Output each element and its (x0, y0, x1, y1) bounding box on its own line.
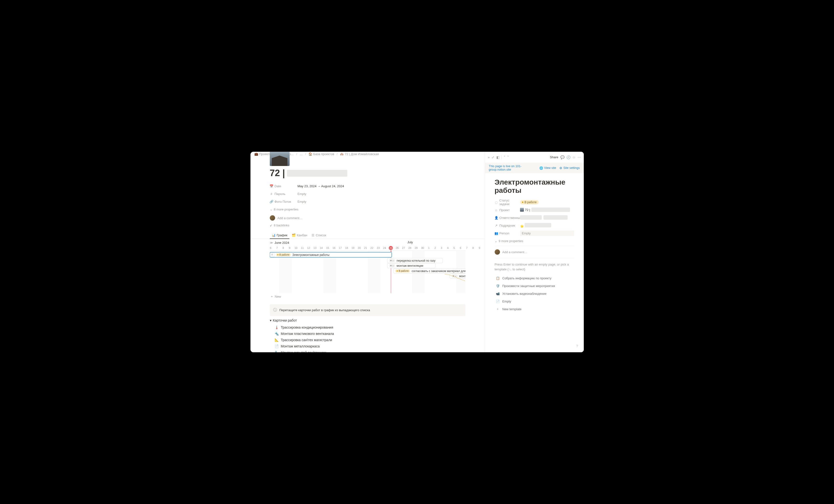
tab-list[interactable]: ☰ Список (310, 232, 328, 239)
callout-block[interactable]: ⓘ Перетащите карточки работ в график из … (270, 304, 465, 316)
property-password[interactable]: # Пароль Empty (270, 190, 465, 198)
toggle-heading[interactable]: ▾ Карточки работ (270, 319, 465, 322)
side-prop-contractor[interactable]: ↗ Подрядчик ⭐ (495, 222, 574, 229)
timeline-day[interactable]: 29 (415, 246, 418, 249)
timeline-day[interactable]: 27 (402, 246, 405, 249)
breadcrumb-item-page[interactable]: 🏘️ 72 | Дом Измайловская (339, 152, 380, 156)
timeline-day[interactable]: 9 (479, 246, 480, 249)
comment-row[interactable]: Add a comment… (250, 213, 485, 222)
timeline-day[interactable]: 10 (294, 246, 297, 249)
toggle-item[interactable]: 🔧Монтаж скрытой сан\техники (275, 349, 465, 352)
timeline-day[interactable]: 9 (289, 246, 290, 249)
toggle-item[interactable]: 🔩Монтаж пластикового вентканала (275, 330, 465, 337)
help-button[interactable]: ? (574, 343, 580, 349)
breadcrumb-item-dots[interactable]: … (299, 152, 304, 156)
property-value: Empty (520, 231, 574, 236)
more-properties-toggle[interactable]: ⌄ 8 more properties (270, 205, 465, 213)
timeline-bar-ventilation[interactable]: –монтаж вентиляции (387, 263, 436, 268)
timeline-body[interactable]: ⠿В работеЭлектромонтажные работы–передел… (270, 251, 465, 293)
side-prop-person[interactable]: 👥 Person Empty (495, 229, 574, 237)
view-site-link[interactable]: 🌐 View site (539, 166, 556, 170)
timeline-collapse-icon[interactable]: ≫ (270, 241, 273, 244)
toggle-item[interactable]: 📄Монтаж металлокаркаса (275, 343, 465, 349)
timeline-day[interactable]: 12 (307, 246, 310, 249)
project-thumb-icon (520, 208, 524, 212)
timeline-day[interactable]: 1 (428, 246, 430, 249)
tab-kanban[interactable]: 🗂️ Канбан (290, 232, 309, 239)
timeline-day[interactable]: 30 (421, 246, 424, 249)
side-prop-project[interactable]: ⌂ Проект 72 | (495, 206, 574, 214)
template-item[interactable]: ＋New template (495, 305, 574, 313)
timeline-day[interactable]: 3 (441, 246, 442, 249)
star-icon[interactable]: ☆ (572, 155, 575, 159)
timeline-day[interactable]: 22 (371, 246, 373, 249)
comment-icon[interactable]: 💬 (561, 155, 565, 159)
timeline-day[interactable]: 24 (383, 246, 386, 249)
main-panel: 💼 Проектная деятельно… / … / 🏠 База прое… (250, 152, 485, 352)
project-reference[interactable]: 72 | (520, 207, 570, 212)
timeline-bar-windowsills[interactable]: –монтаж подоконников (450, 273, 465, 279)
template-item[interactable]: 🛡️Произвести защитные мероприятия (495, 282, 574, 289)
side-more-properties[interactable]: ⌄ 9 more properties (495, 237, 574, 245)
next-icon[interactable]: ˅ (507, 155, 509, 159)
comment-input[interactable]: Add a comment… (278, 216, 303, 220)
timeline-day[interactable]: 18 (345, 246, 348, 249)
timeline-day[interactable]: 16 (332, 246, 335, 249)
relation-icon: ⌂ (495, 208, 498, 212)
timeline-day[interactable]: 8 (283, 246, 284, 249)
more-icon[interactable]: ⋯ (577, 155, 581, 159)
prev-icon[interactable]: ˄ (504, 155, 505, 159)
timeline-day[interactable]: 20 (358, 246, 360, 249)
timeline-day[interactable]: 28 (409, 246, 411, 249)
timeline-day[interactable]: 6 (270, 246, 271, 249)
timeline-day[interactable]: 6 (460, 246, 461, 249)
tab-timeline[interactable]: 📊 График (270, 232, 289, 239)
share-button[interactable]: Share (550, 155, 558, 159)
template-item[interactable]: 📄Empty (495, 298, 574, 305)
timeline-bar-boiler-gas[interactable]: –переделка котельной по газу (387, 258, 443, 263)
toggle-item[interactable]: 📐Трассировка сан\тех магистрали (275, 337, 465, 343)
timeline-day[interactable]: 2 (435, 246, 436, 249)
open-as-page-icon[interactable]: ⤢ (491, 155, 495, 159)
side-page-title[interactable]: Электромонтажные работы (495, 178, 574, 195)
timeline-day[interactable]: 8 (473, 246, 474, 249)
timeline-day[interactable]: 17 (339, 246, 342, 249)
breadcrumb-item-db[interactable]: 🏠 База проектов (307, 152, 335, 156)
timeline-day[interactable]: 13 (313, 246, 316, 249)
timeline-day[interactable]: 7 (276, 246, 278, 249)
toggle-item[interactable]: 🌡️Трассировка кондиционирования (275, 324, 465, 330)
comment-input[interactable]: Add a comment… (502, 250, 527, 254)
site-settings-link[interactable]: ⚙ Site settings (559, 166, 580, 170)
expand-icon[interactable]: » (488, 155, 490, 159)
side-prop-responsible[interactable]: 👤 Ответственный (495, 214, 574, 222)
timeline-day[interactable]: 7 (466, 246, 467, 249)
timeline-day[interactable]: 5 (453, 246, 455, 249)
timeline-day[interactable]: 26 (396, 246, 398, 249)
timeline-day[interactable]: 15 (326, 246, 329, 249)
page-icon[interactable] (270, 152, 290, 166)
property-label: ◌ Статус задачи (495, 199, 520, 206)
timeline-day[interactable]: 21 (364, 246, 367, 249)
timeline-day[interactable]: 4 (447, 246, 448, 249)
side-comment-row[interactable]: Add a comment… (495, 246, 574, 258)
property-date[interactable]: 📅 Date May 23, 2024 → August 24, 2024 (270, 182, 465, 190)
timeline-day-today[interactable]: 25 (389, 246, 393, 250)
timeline-day[interactable]: 23 (377, 246, 380, 249)
updates-icon[interactable]: 🕘 (566, 155, 570, 159)
timeline-day[interactable]: 19 (351, 246, 354, 249)
peek-mode-icon[interactable]: ◧ (496, 155, 500, 159)
property-photo[interactable]: 🔗 Фото Поток Empty (270, 198, 465, 205)
drag-handle-icon[interactable]: ⠿ (270, 253, 275, 257)
template-icon: 📋 (496, 277, 500, 280)
template-item[interactable]: 📋Собрать информацию по проекту (495, 275, 574, 282)
timeline-day[interactable]: 14 (320, 246, 323, 249)
timeline-days: 6789101112131415161718192021222324252627… (270, 246, 465, 251)
backlinks-toggle[interactable]: ↙ 8 backlinks (250, 222, 485, 229)
timeline-new-row[interactable]: ＋ New (270, 293, 465, 300)
page-title[interactable]: 72 | (270, 168, 465, 178)
timeline-bar-materials[interactable]: В работесогласовать с заказчиком материа… (393, 268, 465, 273)
timeline-bar-electrical[interactable]: ⠿В работеЭлектромонтажные работы (270, 252, 392, 257)
side-prop-status[interactable]: ◌ Статус задачи В работе (495, 198, 574, 206)
template-item[interactable]: 📹Установить видеонаблюдение (495, 290, 574, 297)
timeline-day[interactable]: 11 (301, 246, 304, 249)
